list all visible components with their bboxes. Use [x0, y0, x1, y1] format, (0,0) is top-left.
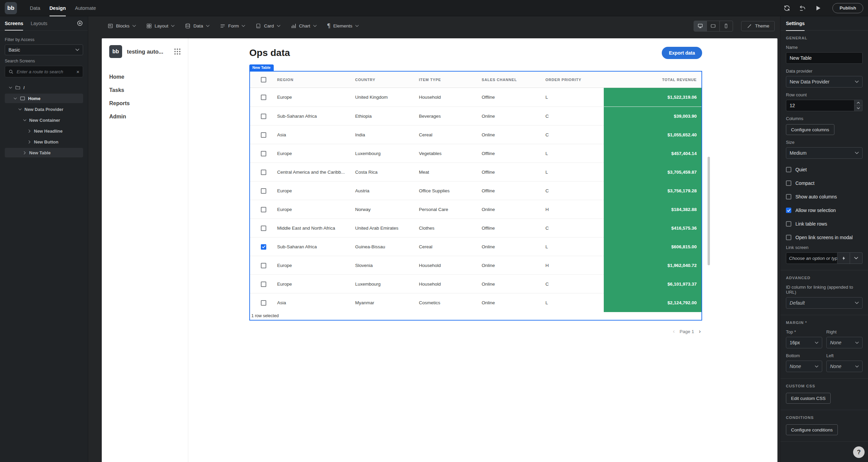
checkbox[interactable]	[786, 235, 791, 240]
table-row[interactable]: EuropeLuxembourgVegetablesOfflineL$457,4…	[250, 144, 701, 162]
stepper-down-icon[interactable]	[854, 106, 862, 111]
column-header-item-type[interactable]: ITEM TYPE	[419, 78, 482, 82]
checkbox[interactable]	[786, 167, 791, 172]
toggle-open-link-screens-in-modal[interactable]: Open link screens in modal	[786, 235, 863, 240]
column-header-order-priority[interactable]: ORDER PRIORITY	[545, 78, 604, 82]
toolbar-item-elements[interactable]: ¶Elements	[327, 23, 359, 29]
tree-item-new-headline[interactable]: New Headline	[5, 126, 83, 136]
screen-search-input[interactable]: Enter a route to search ×	[5, 66, 83, 77]
app-nav-item-reports[interactable]: Reports	[109, 97, 180, 110]
table-row[interactable]: Central America and the Caribb...Costa R…	[250, 162, 701, 181]
row-checkbox[interactable]	[250, 114, 277, 119]
checkbox[interactable]	[786, 194, 791, 199]
table-row[interactable]: AsiaMyanmarCosmeticsOnlineL$2,124,792.00	[250, 293, 701, 312]
chevron-right-icon[interactable]	[28, 140, 31, 143]
configure-conditions-button[interactable]: Configure conditions	[786, 424, 838, 435]
select-all-checkbox[interactable]	[250, 77, 277, 82]
margin-bottom-select[interactable]: None	[786, 361, 822, 372]
tree-item-new-data-provider[interactable]: New Data Provider	[5, 104, 83, 114]
chevron-right-icon[interactable]	[28, 129, 31, 133]
access-filter-select[interactable]: Basic	[5, 44, 83, 55]
tablet-preview-button[interactable]	[707, 21, 720, 31]
toggle-allow-row-selection[interactable]: Allow row selection	[786, 208, 863, 213]
link-screen-dropdown-icon[interactable]	[850, 252, 863, 264]
help-button[interactable]: ?	[853, 446, 865, 458]
tree-item--[interactable]: /	[5, 83, 83, 92]
theme-button[interactable]: Theme	[741, 21, 775, 31]
table-row[interactable]: Sub-Saharan AfricaEthiopiaBeveragesOnlin…	[250, 107, 701, 125]
chevron-down-icon[interactable]	[14, 97, 17, 100]
column-header-region[interactable]: REGION	[277, 78, 355, 82]
tab-settings[interactable]: Settings	[786, 16, 805, 31]
column-header-country[interactable]: COUNTRY	[355, 78, 419, 82]
next-page-button[interactable]: ›	[699, 328, 701, 335]
margin-left-select[interactable]: None	[826, 361, 863, 372]
phone-preview-button[interactable]	[720, 21, 733, 31]
table-row[interactable]: EuropeAustriaOffice SuppliesOfflineC$3,7…	[250, 181, 701, 200]
configure-columns-button[interactable]: Configure columns	[786, 124, 834, 135]
drag-handle-icon[interactable]	[174, 49, 180, 55]
checkbox[interactable]	[786, 208, 791, 213]
topbar-tab-automate[interactable]: Automate	[75, 0, 96, 16]
binding-bolt-icon[interactable]	[837, 252, 850, 264]
toggle-compact[interactable]: Compact	[786, 180, 863, 186]
tree-item-new-container[interactable]: New Container	[5, 115, 83, 125]
toggle-quiet[interactable]: Quiet	[786, 167, 863, 172]
link-screen-input[interactable]: Choose an option or type	[786, 252, 837, 264]
topbar-tab-design[interactable]: Design	[50, 0, 66, 16]
column-header-sales-channel[interactable]: SALES CHANNEL	[482, 78, 545, 82]
toggle-show-auto-columns[interactable]: Show auto columns	[786, 194, 863, 199]
undo-icon[interactable]	[799, 5, 806, 12]
margin-top-select[interactable]: 16px	[786, 337, 822, 348]
toggle-link-table-rows[interactable]: Link table rows	[786, 221, 863, 227]
topbar-tab-data[interactable]: Data	[30, 0, 40, 16]
toolbar-item-blocks[interactable]: Blocks	[108, 23, 136, 29]
row-checkbox[interactable]	[250, 226, 277, 231]
desktop-preview-button[interactable]	[694, 21, 707, 31]
panel-tab-screens[interactable]: Screens	[5, 16, 23, 31]
column-header-total-revenue[interactable]: TOTAL REVENUE	[604, 78, 701, 82]
margin-right-select[interactable]: None	[826, 337, 863, 348]
clear-search-icon[interactable]: ×	[76, 69, 79, 74]
row-checkbox[interactable]	[250, 282, 277, 287]
row-checkbox[interactable]	[250, 207, 277, 212]
app-nav-item-admin[interactable]: Admin	[109, 110, 180, 123]
row-checkbox[interactable]	[250, 95, 277, 100]
chevron-down-icon[interactable]	[23, 119, 26, 121]
checkbox[interactable]	[786, 180, 791, 186]
table-row[interactable]: EuropeNorwayPersonal CareOnlineH$184,382…	[250, 200, 701, 218]
tree-item-home[interactable]: Home	[5, 94, 83, 103]
app-nav-item-home[interactable]: Home	[109, 70, 180, 83]
play-icon[interactable]	[815, 5, 822, 12]
row-checkbox[interactable]	[250, 132, 277, 138]
name-field[interactable]: New Table	[786, 52, 863, 64]
add-screen-button[interactable]	[77, 20, 83, 26]
tree-item-new-table[interactable]: New Table	[5, 148, 83, 157]
table-row[interactable]: Middle East and North AfricaUnited Arab …	[250, 218, 701, 237]
publish-button[interactable]: Publish	[832, 3, 863, 13]
checkbox[interactable]	[786, 221, 791, 227]
row-checkbox[interactable]	[250, 263, 277, 268]
row-checkbox[interactable]	[250, 151, 277, 156]
row-checkbox[interactable]	[250, 300, 277, 306]
table-row[interactable]: AsiaIndiaCerealOnlineC$1,055,652.40	[250, 125, 701, 144]
tree-item-new-button[interactable]: New Button	[5, 137, 83, 147]
chevron-right-icon[interactable]	[24, 151, 26, 154]
panel-tab-layouts[interactable]: Layouts	[31, 16, 47, 31]
table-row[interactable]: EuropeSloveniaHouseholdOnlineH$1,962,040…	[250, 256, 701, 274]
chevron-down-icon[interactable]	[18, 108, 22, 111]
size-select[interactable]: Medium	[786, 147, 863, 159]
toolbar-item-data[interactable]: Data	[185, 23, 210, 29]
row-checkbox[interactable]	[250, 244, 277, 250]
toolbar-item-layout[interactable]: Layout	[146, 23, 175, 29]
toolbar-item-form[interactable]: Form	[220, 23, 246, 29]
chevron-down-icon[interactable]	[9, 86, 12, 89]
edit-custom-css-button[interactable]: Edit custom CSS	[786, 393, 831, 404]
data-provider-select[interactable]: New Data Provider	[786, 76, 863, 88]
toolbar-item-chart[interactable]: Chart	[291, 23, 317, 29]
row-checkbox[interactable]	[250, 170, 277, 175]
toolbar-item-card[interactable]: Card	[255, 23, 280, 29]
prev-page-button[interactable]: ‹	[673, 328, 675, 335]
table-row[interactable]: EuropeLuxembourgHouseholdOnlineC$6,101,9…	[250, 274, 701, 293]
row-count-stepper[interactable]: 12	[786, 100, 863, 111]
